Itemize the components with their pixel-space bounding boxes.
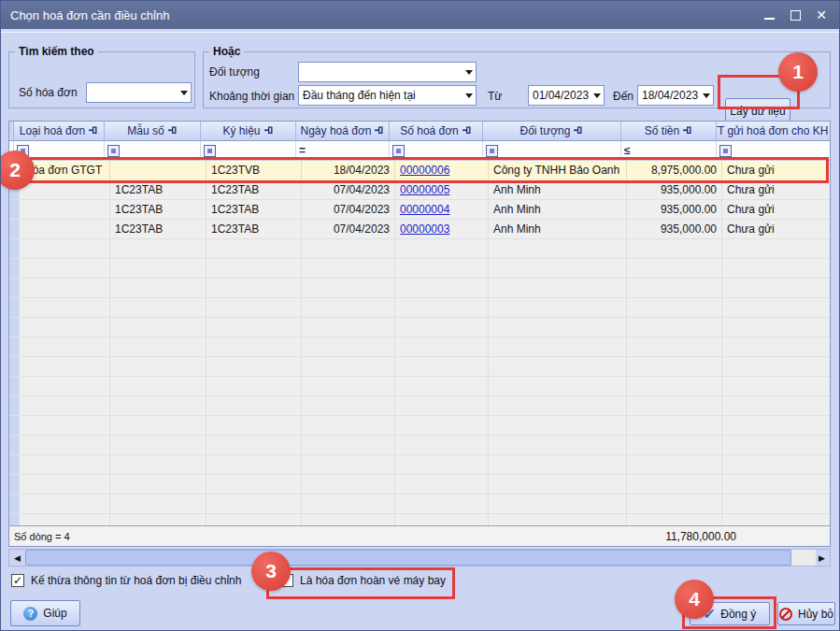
filter-box-icon[interactable] <box>719 145 732 157</box>
grid-cell <box>110 357 206 377</box>
scroll-left-icon[interactable]: ◀ <box>9 550 25 566</box>
maximize-button[interactable] <box>789 8 802 22</box>
pin-icon[interactable] <box>463 124 472 137</box>
title-bar[interactable]: Chọn hoá đơn cần điều chỉnh ✕ <box>1 1 839 29</box>
table-row[interactable] <box>9 377 830 396</box>
grid-cell: Chưa gửi <box>722 220 831 239</box>
get-data-button[interactable]: Lấy dữ liệu <box>725 98 790 123</box>
grid-cell <box>20 298 110 318</box>
table-row[interactable] <box>9 259 830 279</box>
grid-cell <box>20 416 110 436</box>
table-row[interactable] <box>9 396 830 416</box>
filter-cell[interactable] <box>483 141 621 161</box>
pin-icon[interactable] <box>375 124 384 137</box>
table-row[interactable] <box>9 436 830 455</box>
column-header[interactable]: Ngày hoá đơn <box>296 122 390 141</box>
grid-cell[interactable]: 00000005 <box>395 180 489 200</box>
step-badge-1: 1 <box>778 52 818 92</box>
pin-icon[interactable] <box>168 124 178 137</box>
table-row[interactable] <box>9 416 830 436</box>
filter-cell[interactable]: ≤ <box>621 141 717 161</box>
filter-cell[interactable] <box>201 141 296 161</box>
invoice-number-link[interactable]: 00000003 <box>400 222 449 236</box>
grid-cell: Chưa gửi <box>722 180 831 200</box>
table-row[interactable] <box>9 455 830 475</box>
from-date-picker[interactable]: 01/04/2023 <box>528 85 605 106</box>
table-row[interactable] <box>9 357 830 377</box>
pin-icon[interactable] <box>683 124 692 137</box>
to-label: Đến <box>613 90 634 103</box>
filter-box-icon[interactable] <box>392 145 405 157</box>
grid-cell[interactable]: 00000006 <box>395 161 489 180</box>
grid-cell <box>395 337 489 357</box>
grid-cell <box>489 377 627 396</box>
grid-cell <box>627 337 722 357</box>
column-header[interactable]: Loại hoá đơn <box>14 122 105 141</box>
table-row[interactable] <box>9 298 830 318</box>
table-row[interactable] <box>9 495 830 514</box>
to-date-picker[interactable]: 18/04/2023 <box>637 85 714 106</box>
table-row[interactable]: 1C23TAB1C23TAB07/04/202300000004Anh Minh… <box>9 200 830 220</box>
scrollbar-thumb[interactable] <box>25 550 791 566</box>
table-row[interactable] <box>9 239 830 259</box>
column-header[interactable]: TT gửi hoá đơn cho KH <box>717 122 831 141</box>
checkbox-check-icon[interactable]: ✓ <box>11 574 24 587</box>
scrollbar-track[interactable] <box>791 550 816 566</box>
grid-cell[interactable]: 00000003 <box>395 220 489 239</box>
grid-cell: 1C23TAB <box>206 200 302 220</box>
help-button[interactable]: ? Giúp <box>10 600 80 626</box>
grid-cell: Công ty TNHH Bảo Oanh <box>489 161 627 180</box>
filter-box-icon[interactable] <box>204 145 216 157</box>
grid-cell <box>110 259 206 279</box>
invoice-no-label: Số hóa đơn <box>19 86 78 99</box>
pin-icon[interactable] <box>574 124 583 137</box>
period-combobox[interactable]: Đầu tháng đến hiện tại <box>298 85 477 106</box>
column-header[interactable]: Đối tượng <box>483 122 621 141</box>
table-row[interactable] <box>9 279 830 298</box>
table-row[interactable]: Hóa đơn GTGT1C23TVB18/04/202300000006Côn… <box>9 161 830 180</box>
grid-cell <box>302 475 395 495</box>
grid-cell: 935,000.00 <box>627 220 722 239</box>
filter-box-icon[interactable] <box>486 145 498 157</box>
search-panel: Tìm kiếm theo Số hóa đơn Hoặc Đối tượng … <box>1 32 840 118</box>
table-row[interactable] <box>9 337 830 357</box>
horizontal-scrollbar[interactable]: ◀ ▶ <box>8 549 831 566</box>
invoice-number-link[interactable]: 00000005 <box>400 183 449 196</box>
table-row[interactable]: 1C23TAB1C23TAB07/04/202300000003Anh Minh… <box>9 220 830 239</box>
filter-cell[interactable] <box>717 141 831 161</box>
grid-cell <box>489 259 627 279</box>
column-header[interactable]: Số tiền <box>621 122 717 141</box>
grid-cell <box>627 259 722 279</box>
flight-refund-checkbox[interactable]: ✓ Là hóa đơn hoàn vé máy bay <box>280 574 446 587</box>
filter-cell[interactable] <box>105 141 201 161</box>
filter-box-icon[interactable] <box>107 145 120 157</box>
scroll-right-icon[interactable]: ▶ <box>814 550 830 566</box>
inherit-info-label: Kế thừa thông tin từ hoá đơn bị điều chỉ… <box>31 574 241 587</box>
table-row[interactable]: 1C23TAB1C23TAB07/04/202300000005Anh Minh… <box>9 180 830 200</box>
help-icon: ? <box>23 607 37 621</box>
column-header[interactable]: Mẫu số <box>105 122 201 141</box>
table-row[interactable] <box>9 318 830 337</box>
minimize-button[interactable] <box>762 8 776 22</box>
invoice-number-link[interactable]: 00000006 <box>400 164 449 177</box>
grid-cell: 1C23TAB <box>110 180 206 200</box>
pin-icon[interactable] <box>89 124 98 137</box>
grid-cell <box>206 396 302 416</box>
grid-cell <box>20 495 110 514</box>
column-header[interactable]: Số hoá đơn <box>390 122 483 141</box>
table-row[interactable] <box>9 475 830 495</box>
inherit-info-checkbox[interactable]: ✓ Kế thừa thông tin từ hoá đơn bị điều c… <box>11 574 241 587</box>
filter-cell[interactable]: = <box>296 141 390 161</box>
filter-cell[interactable] <box>390 141 483 161</box>
cancel-button[interactable]: Hủy bỏ <box>777 602 835 625</box>
column-header[interactable]: Ký hiệu <box>201 122 296 141</box>
grid-cell[interactable]: 00000004 <box>395 200 489 220</box>
grid-cell <box>110 161 206 180</box>
grid-cell <box>206 416 302 436</box>
pin-icon[interactable] <box>264 124 274 137</box>
invoice-no-combobox[interactable] <box>86 82 192 103</box>
partner-combobox[interactable] <box>298 62 477 82</box>
invoice-number-link[interactable]: 00000004 <box>400 203 449 216</box>
grid-cell <box>395 396 489 416</box>
close-button[interactable]: ✕ <box>815 8 828 22</box>
